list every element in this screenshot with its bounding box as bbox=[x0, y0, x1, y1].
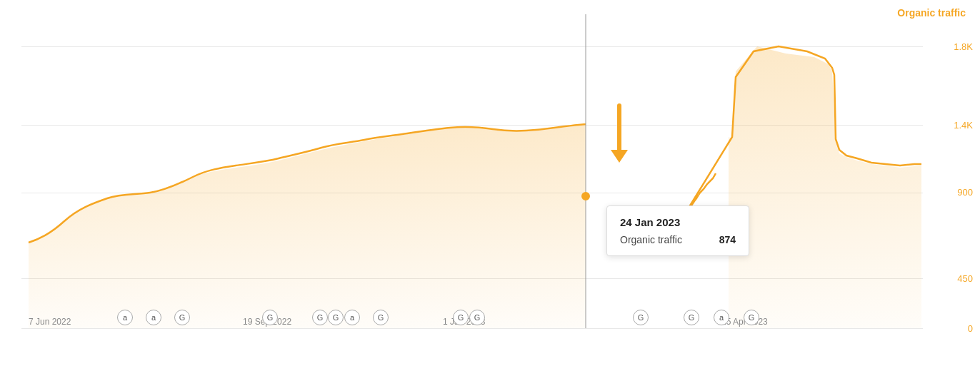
event-marker-g2[interactable]: G bbox=[262, 310, 278, 325]
arrow-shaft bbox=[617, 103, 621, 150]
event-marker-g10[interactable]: G bbox=[744, 310, 759, 325]
data-tooltip: 24 Jan 2023 Organic traffic 874 bbox=[606, 205, 749, 256]
y-label-1-4k: 1.4K bbox=[954, 120, 973, 131]
y-label-900: 900 bbox=[957, 187, 973, 198]
arrow-head bbox=[611, 150, 628, 163]
event-marker-g6[interactable]: G bbox=[453, 310, 469, 325]
event-marker-g5[interactable]: G bbox=[373, 310, 389, 325]
event-marker-a4[interactable]: a bbox=[714, 310, 729, 325]
event-marker-a1[interactable]: a bbox=[117, 310, 133, 325]
event-marker-g4[interactable]: G bbox=[328, 310, 344, 325]
event-marker-g7[interactable]: G bbox=[469, 310, 485, 325]
chart-container: Organic traffic 1.8K 1.4K 900 450 0 bbox=[0, 0, 980, 366]
tooltip-row: Organic traffic 874 bbox=[620, 234, 736, 245]
tooltip-metric: Organic traffic bbox=[620, 234, 682, 245]
y-label-450: 450 bbox=[957, 273, 973, 284]
event-marker-g1[interactable]: G bbox=[174, 310, 190, 325]
svg-point-3 bbox=[582, 193, 589, 200]
event-marker-g3[interactable]: G bbox=[312, 310, 328, 325]
y-label-0: 0 bbox=[968, 323, 973, 334]
arrow-indicator bbox=[611, 103, 628, 163]
tooltip-value: 874 bbox=[719, 234, 736, 245]
y-label-1-8k: 1.8K bbox=[954, 41, 973, 52]
chart-svg bbox=[0, 0, 921, 342]
event-marker-g8[interactable]: G bbox=[633, 310, 649, 325]
tooltip-date: 24 Jan 2023 bbox=[620, 216, 736, 228]
event-marker-g9[interactable]: G bbox=[684, 310, 699, 325]
event-marker-a3[interactable]: a bbox=[344, 310, 360, 325]
event-marker-a2[interactable]: a bbox=[146, 310, 161, 325]
x-label-jun2022: 7 Jun 2022 bbox=[29, 317, 71, 327]
